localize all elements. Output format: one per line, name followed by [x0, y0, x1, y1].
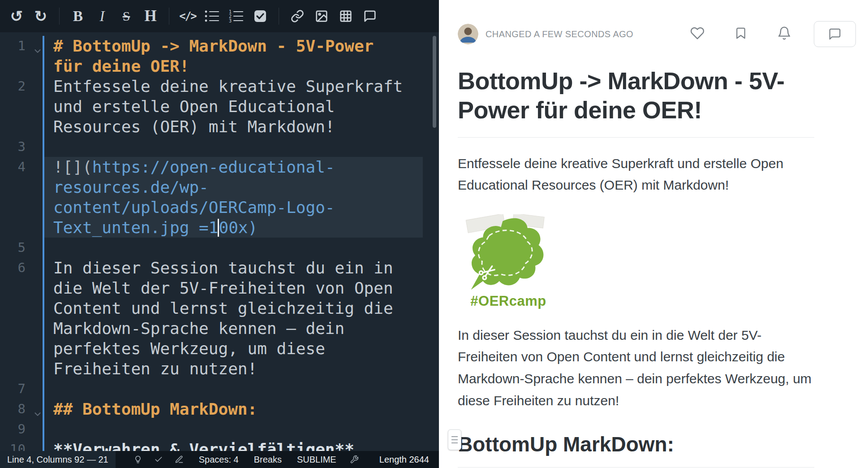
italic-button[interactable]: I [90, 0, 114, 32]
editor-statusbar: Line 4, Columns 92 — 21 Spaces: 4 Breaks… [0, 451, 439, 468]
code-line: 3 [0, 137, 439, 157]
toolbar-separator [59, 8, 60, 25]
link-icon [291, 9, 304, 23]
comment-button[interactable] [358, 0, 382, 32]
editor-toolbar: ↺ ↻ B I S H </> 123 [0, 0, 439, 32]
code-line: 9 [0, 419, 439, 439]
last-changed-label: CHANGED A FEW SECONDS AGO [486, 29, 633, 39]
checklist-icon [254, 10, 266, 22]
code-text: **Verwahren & Vervielfältigen** [53, 439, 410, 451]
preview-topbar: CHANGED A FEW SECONDS AGO [458, 20, 856, 48]
keymap-setting[interactable]: SUBLIME [297, 455, 336, 465]
redo-button[interactable]: ↻ [29, 0, 53, 32]
code-line: 2 Entfessele deine kreative Superkraft u… [0, 76, 439, 137]
checklist-button[interactable] [248, 0, 272, 32]
line-number[interactable]: 7 [18, 379, 26, 399]
rendered-document: BottomUp -> MarkDown - 5V-Power für dein… [458, 66, 814, 468]
heading-icon: H [144, 7, 156, 25]
lightbulb-icon[interactable] [133, 455, 142, 464]
line-number[interactable]: 10 [10, 439, 26, 451]
check-icon[interactable] [154, 455, 163, 464]
wrench-icon[interactable] [350, 455, 359, 464]
code-text: ![](https://open-educational-resources.d… [53, 157, 410, 238]
comment-icon [363, 9, 377, 23]
line-number[interactable]: 1 [18, 36, 26, 56]
comment-bubble-icon [828, 27, 842, 41]
line-number[interactable]: 8 [18, 399, 26, 419]
image-icon [315, 9, 328, 23]
undo-icon: ↺ [10, 7, 23, 25]
toolbar-separator [279, 8, 279, 25]
ordered-list-button[interactable]: 123 [224, 0, 248, 32]
line-number[interactable]: 5 [18, 238, 26, 258]
table-icon [339, 9, 352, 23]
code-line-current: 4 ![](https://open-educational-resources… [0, 157, 439, 238]
oercamp-logo-caption: #OERcamp [461, 293, 555, 309]
comments-button[interactable] [814, 21, 856, 47]
ordered-list-icon: 123 [228, 9, 244, 23]
line-number[interactable]: 6 [18, 258, 26, 278]
heart-icon[interactable] [690, 26, 705, 42]
link-button[interactable] [285, 0, 309, 32]
undo-button[interactable]: ↺ [4, 0, 29, 32]
strikethrough-icon: S [123, 9, 130, 24]
heading-button[interactable]: H [138, 0, 163, 32]
code-icon: </> [179, 10, 196, 22]
code-text [53, 419, 410, 439]
fold-chevron-icon[interactable] [33, 42, 43, 62]
bell-icon[interactable] [777, 26, 791, 42]
code-line: 6 In dieser Session tauchst du ein in di… [0, 258, 439, 379]
editor-scrollbar[interactable] [433, 36, 436, 128]
table-button[interactable] [334, 0, 358, 32]
pencil-icon[interactable] [175, 455, 184, 464]
document-title: BottomUp -> MarkDown - 5V-Power für dein… [458, 66, 814, 138]
line-number[interactable]: 4 [18, 157, 26, 177]
oercamp-logo-image [461, 214, 551, 291]
code-text: Entfessele deine kreative Superkraft und… [53, 76, 410, 137]
redo-icon: ↻ [34, 7, 47, 25]
code-button[interactable]: </> [176, 0, 200, 32]
code-line: 7 [0, 379, 439, 399]
strikethrough-button[interactable]: S [114, 0, 138, 32]
code-text [53, 137, 410, 157]
oercamp-logo: #OERcamp [461, 214, 555, 309]
split-drag-handle[interactable] [448, 429, 461, 450]
paragraph-1: Entfessele deine kreative Superkraft und… [458, 153, 814, 196]
document-length: Length 2644 [379, 455, 429, 465]
code-text: In dieser Session tauchst du ein in die … [53, 258, 410, 379]
code-line: 8 ## BottomUp MarkDown: [0, 399, 439, 419]
code-text: ## BottomUp MarkDown: [53, 399, 410, 419]
code-line: 5 [0, 238, 439, 258]
line-number[interactable]: 2 [18, 76, 26, 96]
cursor-position: Line 4, Columns 92 — 21 [0, 451, 116, 468]
bullet-list-button[interactable] [200, 0, 224, 32]
avatar[interactable] [458, 24, 478, 44]
paragraph-2: In dieser Session tauchst du ein in die … [458, 325, 814, 412]
code-text [53, 379, 410, 399]
code-editor[interactable]: 1 # BottomUp -> MarkDown - 5V-Power für … [0, 32, 439, 451]
bookmark-icon[interactable] [734, 26, 748, 42]
code-line: 10 **Verwahren & Vervielfältigen** [0, 439, 439, 451]
bold-button[interactable]: B [66, 0, 90, 32]
svg-text:3: 3 [229, 18, 232, 23]
section-heading: BottomUp MarkDown: [458, 432, 814, 468]
code-text [53, 238, 410, 258]
preview-pane: CHANGED A FEW SECONDS AGO BottomUp -> Ma… [439, 0, 868, 468]
modified-lines-indicator [43, 36, 44, 451]
italic-icon: I [100, 8, 105, 25]
linebreaks-setting[interactable]: Breaks [254, 455, 282, 465]
image-button[interactable] [309, 0, 334, 32]
editor-pane: ↺ ↻ B I S H </> 123 [0, 0, 439, 468]
toolbar-separator [169, 8, 169, 25]
spaces-setting[interactable]: Spaces: 4 [199, 455, 239, 465]
code-line: 1 # BottomUp -> MarkDown - 5V-Power für … [0, 36, 439, 76]
bold-icon: B [73, 8, 83, 25]
line-number[interactable]: 9 [18, 419, 26, 439]
line-number[interactable]: 3 [18, 137, 26, 157]
bullet-list-icon [204, 9, 219, 23]
code-text: # BottomUp -> MarkDown - 5V-Power für de… [53, 36, 410, 76]
